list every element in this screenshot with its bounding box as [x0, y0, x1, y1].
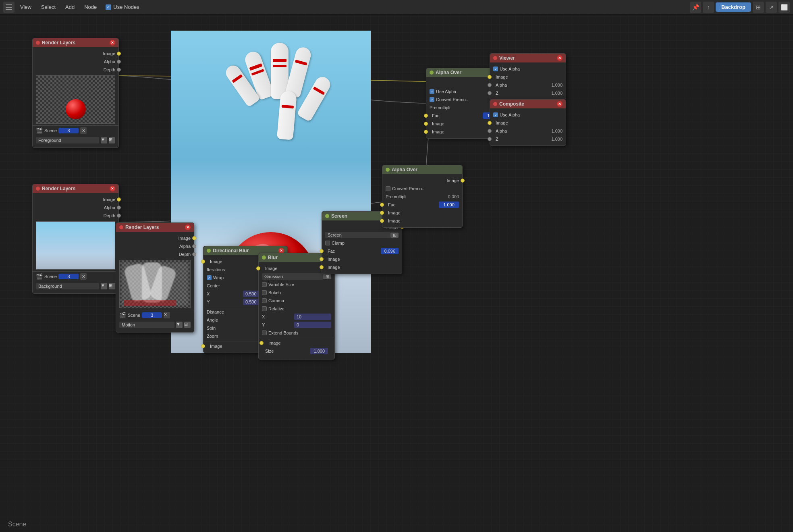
svg-rect-0	[6, 4, 12, 5]
layer-btn-3[interactable]: ⊞	[184, 322, 191, 328]
composite-alpha-socket[interactable]	[488, 129, 492, 133]
blur-gaussian-select[interactable]: Gaussian	[262, 273, 323, 280]
screen-image-socket-out2[interactable]	[320, 265, 324, 269]
bokeh-checkbox[interactable]	[262, 290, 267, 295]
composite-image-socket[interactable]	[488, 121, 492, 125]
header-dot-3	[119, 225, 123, 229]
use-nodes-toggle[interactable]: ✓ Use Nodes	[102, 4, 142, 10]
layer-btn[interactable]: ⊞	[109, 137, 115, 143]
upload-icon[interactable]: ↑	[703, 2, 714, 13]
gamma-checkbox[interactable]	[262, 298, 267, 303]
blur-size-field[interactable]: 1.000	[310, 348, 328, 354]
layer-select[interactable]: Foreground	[36, 137, 99, 143]
pin-icon[interactable]: 📌	[690, 2, 701, 13]
viewer-use-alpha-checkbox[interactable]: ✓	[493, 66, 498, 71]
menu-node[interactable]: Node	[80, 2, 101, 12]
render-layers-3-header[interactable]: Render Layers ✕	[116, 223, 194, 232]
layer-select-2[interactable]: Background	[36, 283, 99, 289]
scene-num-2[interactable]: 3	[58, 274, 79, 279]
render-layers-node-2[interactable]: Render Layers ✕ Image Alpha Depth �	[32, 184, 119, 294]
ao1-fac-socket[interactable]	[424, 114, 428, 118]
delete-scene-btn-2[interactable]: ✕	[80, 273, 87, 280]
ao1-image-out1-socket[interactable]	[424, 122, 428, 126]
ao2-image-socket[interactable]	[461, 179, 465, 183]
depth-socket-out[interactable]	[117, 68, 121, 72]
alpha-over-2-header[interactable]: Alpha Over	[382, 165, 462, 174]
blur-image-socket-in[interactable]	[256, 266, 260, 270]
composite-z-socket[interactable]	[488, 137, 492, 141]
screen-select[interactable]: Screen	[325, 232, 390, 238]
composite-use-alpha-checkbox[interactable]: ✓	[493, 112, 498, 117]
layer-icon[interactable]: ▼	[101, 137, 107, 143]
node-close-btn-composite[interactable]: ✕	[557, 101, 563, 107]
scene-num-3[interactable]: 3	[142, 312, 162, 318]
relative-checkbox[interactable]	[262, 306, 267, 311]
blur-y-field[interactable]: 0	[294, 322, 331, 328]
node-close-btn[interactable]: ✕	[110, 40, 115, 46]
db-image-socket-in[interactable]	[201, 260, 205, 264]
screen-fac-socket[interactable]	[320, 249, 324, 253]
screen-fac-field[interactable]: 0.096	[381, 248, 399, 254]
blur-gaussian-icon[interactable]: ⊞	[323, 274, 331, 279]
view-icon[interactable]: ⬜	[778, 2, 790, 13]
viewer-alpha-socket[interactable]	[488, 83, 492, 87]
layer-btn-2[interactable]: ⊞	[109, 283, 115, 289]
node-close-btn-viewer[interactable]: ✕	[557, 55, 563, 61]
depth-socket-out-3[interactable]	[192, 252, 196, 256]
layer-select-3[interactable]: Motion	[119, 322, 174, 328]
alpha-socket-out-2[interactable]	[117, 206, 121, 210]
node-close-btn-2[interactable]: ✕	[110, 186, 115, 191]
ao2-fac-field[interactable]: 1.000	[439, 202, 459, 208]
blur-x-field[interactable]: 10	[294, 314, 331, 320]
variable-size-checkbox[interactable]	[262, 282, 267, 287]
viewer-image-socket[interactable]	[488, 75, 492, 79]
ao2-image-out2-socket[interactable]	[380, 219, 384, 223]
menu-select[interactable]: Select	[37, 2, 60, 12]
grid-icon[interactable]: ⊞	[753, 2, 764, 13]
alpha-socket-out[interactable]	[117, 60, 121, 64]
alpha-socket-out-3[interactable]	[192, 244, 196, 248]
extend-bounds-checkbox[interactable]	[262, 330, 267, 335]
render-layers-2-header[interactable]: Render Layers ✕	[33, 184, 118, 193]
menu-view[interactable]: View	[16, 2, 35, 12]
clamp-checkbox[interactable]	[325, 241, 330, 245]
viewer-header[interactable]: Viewer ✕	[490, 54, 566, 62]
layer-icon-2[interactable]: ▼	[101, 283, 107, 289]
render-layers-node-1[interactable]: Render Layers ✕ Image Alpha Depth �	[32, 38, 119, 148]
composite-node[interactable]: Composite ✕ ✓ Use Alpha Image Alpha 1.00…	[490, 99, 566, 146]
header-dot	[36, 41, 40, 45]
delete-scene-btn-3[interactable]: ✕	[164, 312, 170, 318]
composite-header[interactable]: Composite ✕	[490, 100, 566, 108]
image-socket-out[interactable]	[117, 52, 121, 56]
app-icon[interactable]	[3, 2, 15, 13]
ao1-convert-checkbox[interactable]: ✓	[430, 97, 434, 102]
node-canvas[interactable]: Render Layers ✕ Image Alpha Depth �	[0, 15, 793, 532]
image-socket-out-3[interactable]	[192, 236, 196, 240]
render-layers-node-3[interactable]: Render Layers ✕ Image Alpha Depth	[116, 222, 194, 332]
layer-icon-3[interactable]: ▼	[176, 322, 183, 328]
render-layers-1-header[interactable]: Render Layers ✕	[33, 38, 118, 47]
viewer-z-socket[interactable]	[488, 91, 492, 95]
image-socket-out-2[interactable]	[117, 197, 121, 202]
render-layers-3-footer: 🎬 Scene 3 ✕	[116, 310, 194, 320]
scene-num-1[interactable]: 3	[58, 128, 79, 133]
expand-icon[interactable]: ↗	[766, 2, 777, 13]
ao1-use-alpha-checkbox[interactable]: ✓	[430, 89, 434, 94]
viewer-node[interactable]: Viewer ✕ ✓ Use Alpha Image Alpha 1.000	[490, 53, 566, 100]
menu-add[interactable]: Add	[61, 2, 79, 12]
db-image-socket-in2[interactable]	[201, 344, 205, 348]
ao1-image-out2-socket[interactable]	[424, 130, 428, 134]
ao2-convert-checkbox[interactable]	[386, 186, 390, 191]
ao2-fac-socket[interactable]	[380, 203, 384, 207]
screen-select-icon[interactable]: ⊞	[390, 233, 399, 238]
alpha-over-node-2[interactable]: Alpha Over Image Convert Premu... Premul…	[382, 165, 463, 228]
use-nodes-checkbox[interactable]: ✓	[106, 4, 111, 10]
blur-image-socket-out[interactable]	[259, 341, 264, 345]
backdrop-button[interactable]: Backdrop	[716, 2, 751, 12]
node-close-btn-3[interactable]: ✕	[185, 224, 191, 230]
delete-scene-btn[interactable]: ✕	[80, 127, 87, 134]
screen-image-socket-out1[interactable]	[320, 257, 324, 261]
depth-socket-out-2[interactable]	[117, 214, 121, 218]
wrap-checkbox[interactable]: ✓	[207, 275, 212, 280]
ao2-image-out1-socket[interactable]	[380, 211, 384, 215]
